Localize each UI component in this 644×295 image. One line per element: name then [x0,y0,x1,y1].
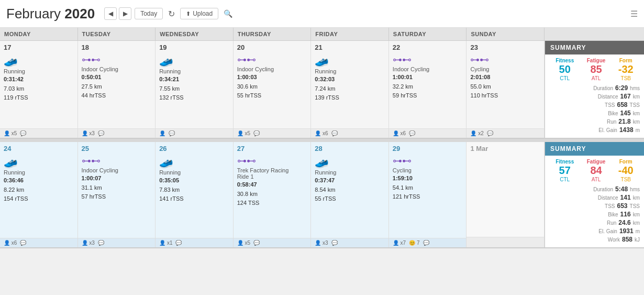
activity-stats-19: 0:34:217.55 km132 rTSS [159,75,229,103]
day-number-29: 29 [389,142,467,154]
form-unit-w2: TSB [618,177,634,182]
day-number-22: 22 [389,41,467,52]
form-value-w1: -32 [618,63,634,75]
participants-badge-18: 👤 x3 [82,130,95,136]
day-cell-22[interactable]: 22 ⊶⊷ Indoor Cycling 1:00:0132.2 km59 hr… [389,41,467,138]
activity-26[interactable]: 👟 Running 0:35:057.83 km141 rTSS [156,154,233,238]
today-button[interactable]: Today [135,8,163,19]
day-cell-21[interactable]: 21 👟 Running 0:32:037.24 km139 rTSS 👤 x6… [311,41,389,138]
participants-badge-24: 👤 x6 [4,240,17,246]
fatigue-unit-w2: ATL [587,177,606,182]
summary-stats-w2: Duration 5:48 hms Distance 141 km TSS 65… [549,185,640,243]
form-unit-w1: TSB [618,75,634,81]
day-footer-18: 👤 x3 💬 [78,128,156,138]
activity-24[interactable]: 👟 Running 0:36:468.22 km154 rTSS [0,154,77,238]
day-number-27: 27 [234,142,311,154]
week-row-2: 24 👟 Running 0:36:468.22 km154 rTSS 👤 x6… [0,142,644,248]
participants-badge-17: 👤 x5 [4,130,17,136]
comment-badge-17: 💬 [20,130,26,136]
activity-type-27: Trek Factory RacingRide 1 [237,167,307,180]
day-footer-25: 👤 x3 💬 [78,238,156,247]
participants-badge-22: 👤 x6 [393,130,406,136]
participants-badge-25: 👤 x3 [82,240,95,246]
day-cell-20[interactable]: 20 ⊶⊷ Indoor Cycling 1:00:0330.6 km55 hr… [234,41,312,138]
activity-23[interactable]: ⊶⊷ Cycling 2:01:0855.0 km110 hrTSS [467,52,544,128]
day-footer-21: 👤 x6 💬 [311,128,388,138]
activity-stats-22: 1:00:0132.2 km59 hrTSS [393,73,463,101]
comment-badge-25: 💬 [98,240,104,246]
day-number-25: 25 [78,142,156,154]
day-number-24: 24 [0,142,77,154]
activity-type-17: Running [4,68,74,74]
day-cell-29[interactable]: 29 ⊶⊷ Cycling 1:59:1054.1 km121 hrTSS 👤 … [389,142,467,247]
fitness-value-w2: 57 [556,165,574,177]
day-number-18: 18 [78,41,156,52]
comment-badge-23: 💬 [487,130,493,136]
day-cell-23[interactable]: 23 ⊶⊷ Cycling 2:01:0855.0 km110 hrTSS 👤 … [467,41,545,138]
shoe-icon-21: 👟 [315,54,329,68]
comment-badge-21: 💬 [331,130,338,136]
emoji-badge-29: 😊 7 [409,240,419,246]
fitness-value-w1: 50 [556,63,574,75]
activity-stats-25: 1:00:0731.1 km57 hrTSS [82,174,152,202]
day-cell-24[interactable]: 24 👟 Running 0:36:468.22 km154 rTSS 👤 x6… [0,142,78,247]
day-cell-19[interactable]: 19 👟 Running 0:34:217.55 km132 rTSS 👤 💬 [156,41,234,138]
day-number-1mar: 1 Mar [467,142,544,154]
activity-19[interactable]: 👟 Running 0:34:217.55 km132 rTSS [156,52,233,128]
activity-28[interactable]: 👟 Running 0:37:478.54 km55 rTSS [311,154,388,238]
activity-22[interactable]: ⊶⊷ Indoor Cycling 1:00:0132.2 km59 hrTSS [389,52,467,128]
fatigue-unit-w1: ATL [587,75,606,81]
day-footer-26: 👤 x1 💬 [156,238,233,247]
bike-icon-27: ⊶⊷ [237,155,256,167]
upload-icon: ⬆ [186,10,191,17]
activity-20[interactable]: ⊶⊷ Indoor Cycling 1:00:0330.6 km55 hrTSS [234,52,311,128]
next-month-button[interactable]: ▶ [119,7,131,20]
shoe-icon-17: 👟 [4,54,18,68]
activity-27[interactable]: ⊶⊷ Trek Factory RacingRide 1 0:58:4730.8… [234,154,311,238]
day-number-28: 28 [311,142,388,154]
participants-badge-27: 👤 x5 [237,240,250,246]
form-label-w2: Form [618,159,634,165]
activity-18[interactable]: ⊶⊷ Indoor Cycling 0:50:0127.5 km44 hrTSS [78,52,156,128]
upload-button[interactable]: ⬆ Upload [180,8,218,19]
day-headers: MONDAY TUESDAY WEDNESDAY THURSDAY FRIDAY… [0,28,644,41]
day-header-thursday: THURSDAY [234,28,312,40]
activity-17[interactable]: 👟 Running 0:31:427.03 km119 rTSS [0,52,77,128]
day-cell-25[interactable]: 25 ⊶⊷ Indoor Cycling 1:00:0731.1 km57 hr… [78,142,156,247]
day-footer-22: 👤 x6 💬 [389,128,467,138]
fatigue-label-w2: Fatigue [587,159,606,165]
comment-badge-28: 💬 [331,240,338,246]
summary-metrics-week1: Fitness 50 CTL Fatigue 85 ATL Form -32 T… [549,58,640,81]
prev-month-button[interactable]: ◀ [104,7,117,20]
participants-badge-26: 👤 x1 [159,240,172,246]
activity-21[interactable]: 👟 Running 0:32:037.24 km139 rTSS [311,52,388,128]
day-header-monday: MONDAY [0,28,78,40]
activity-25[interactable]: ⊶⊷ Indoor Cycling 1:00:0731.1 km57 hrTSS [78,154,156,238]
bike-icon-18: ⊶⊷ [82,54,101,65]
day-cell-28[interactable]: 28 👟 Running 0:37:478.54 km55 rTSS 👤 x3 … [311,142,389,247]
day-cell-17[interactable]: 17 👟 Running 0:31:427.03 km119 rTSS 👤 x5… [0,41,78,138]
refresh-button[interactable]: ↻ [168,9,175,19]
day-header-friday: FRIDAY [311,28,389,40]
header: February 2020 ◀ ▶ Today ↻ ⬆ Upload 🔍 ☰ [0,0,644,28]
activity-stats-18: 0:50:0127.5 km44 hrTSS [82,73,152,101]
search-button[interactable]: 🔍 [224,9,232,18]
summary-header-week2: SUMMARY [545,142,644,156]
day-footer-17: 👤 x5 💬 [0,128,77,138]
day-cell-26[interactable]: 26 👟 Running 0:35:057.83 km141 rTSS 👤 x1… [156,142,234,247]
activity-29[interactable]: ⊶⊷ Cycling 1:59:1054.1 km121 hrTSS [389,154,467,238]
summary-panel-week2: SUMMARY Fitness 57 CTL Fatigue 84 ATL Fo… [545,142,644,247]
day-header-tuesday: TUESDAY [78,28,156,40]
summary-stats-w1: Duration 6:29 hms Distance 167 km TSS 65… [549,84,640,134]
activity-type-22: Indoor Cycling [393,66,463,72]
day-cell-18[interactable]: 18 ⊶⊷ Indoor Cycling 0:50:0127.5 km44 hr… [78,41,156,138]
comment-badge-24: 💬 [20,240,26,246]
shoe-icon-26: 👟 [159,155,173,169]
day-cell-1mar[interactable]: 1 Mar [467,142,545,247]
fitness-unit-w2: CTL [556,177,574,182]
bike-icon-29: ⊶⊷ [393,155,412,167]
day-cell-27[interactable]: 27 ⊶⊷ Trek Factory RacingRide 1 0:58:473… [234,142,312,247]
shoe-icon-24: 👟 [4,155,18,169]
activity-type-21: Running [315,68,385,74]
activity-stats-24: 0:36:468.22 km154 rTSS [4,176,74,204]
